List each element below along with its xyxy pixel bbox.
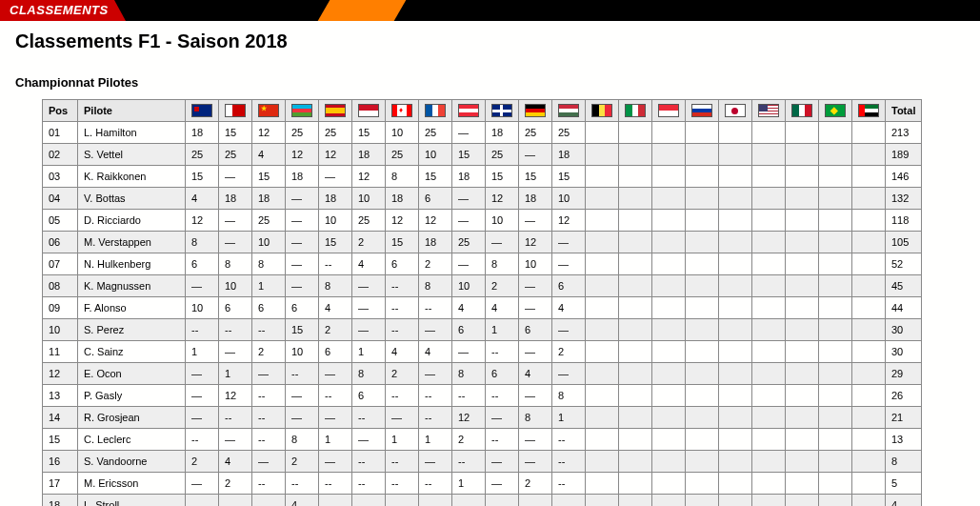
cell-pos: 05	[43, 210, 78, 232]
cell-points	[852, 144, 886, 166]
cell-points: 25	[386, 144, 419, 166]
cell-pilote: S. Vandoorne	[78, 451, 186, 473]
cell-points: 15	[219, 122, 252, 144]
cell-points: 4	[519, 363, 552, 385]
col-race-chn	[252, 100, 286, 122]
cell-points	[686, 473, 719, 495]
cell-points	[719, 473, 752, 495]
cell-points: --	[552, 473, 586, 495]
cell-points: 12	[352, 166, 386, 188]
cell-pos: 09	[43, 297, 78, 319]
cell-points: 2	[286, 451, 319, 473]
cell-points: 6	[286, 297, 319, 319]
cell-points: 25	[486, 144, 519, 166]
col-race-uae	[852, 100, 886, 122]
cell-points	[752, 407, 786, 429]
uae-flag-icon	[858, 104, 879, 117]
aus-flag-icon	[191, 104, 212, 117]
mon-flag-icon	[358, 104, 379, 117]
col-race-bra	[819, 100, 852, 122]
cell-points	[719, 122, 752, 144]
cell-points	[786, 297, 819, 319]
cell-points	[652, 122, 686, 144]
table-row: 09F. Alonso106664—----44—444	[43, 297, 922, 319]
cell-points	[619, 253, 652, 275]
cell-points	[819, 473, 852, 495]
ger-flag-icon	[525, 104, 546, 117]
cell-points	[619, 429, 652, 451]
cell-points: 1	[219, 363, 252, 385]
cell-points	[686, 232, 719, 253]
cell-points	[852, 473, 886, 495]
cell-points	[819, 319, 852, 341]
cell-points: 15	[386, 232, 419, 253]
table-row: 13P. Gasly—12--—--6--------—826	[43, 385, 922, 407]
cell-points	[652, 473, 686, 495]
cell-points: 10	[452, 275, 486, 297]
cell-points	[852, 275, 886, 297]
cell-points: 25	[319, 122, 352, 144]
cell-points: 25	[452, 232, 486, 253]
hun-flag-icon	[558, 104, 579, 117]
cell-points	[852, 429, 886, 451]
cell-points: 10	[419, 144, 452, 166]
cell-points: 10	[286, 341, 319, 363]
cell-points: —	[286, 275, 319, 297]
cell-points: 4	[386, 341, 419, 363]
cell-points	[619, 495, 652, 507]
cell-points: 8	[186, 232, 219, 253]
cell-points	[586, 363, 619, 385]
cell-pilote: P. Gasly	[78, 385, 186, 407]
cell-points: —	[552, 363, 586, 385]
cell-points: —	[286, 407, 319, 429]
cell-points	[652, 188, 686, 210]
col-pilote: Pilote	[78, 100, 186, 122]
cell-pilote: L. Stroll	[78, 495, 186, 507]
cell-points: —	[519, 341, 552, 363]
cell-points: 4	[286, 495, 319, 507]
cell-points: 12	[319, 144, 352, 166]
cell-points	[719, 341, 752, 363]
cell-points	[786, 188, 819, 210]
cell-points	[852, 407, 886, 429]
cell-points: 18	[452, 166, 486, 188]
cell-points: 18	[319, 188, 352, 210]
cell-points: 15	[552, 166, 586, 188]
cell-points: 4	[319, 297, 352, 319]
table-row: 14R. Grosjean—----——--—--12—8121	[43, 407, 922, 429]
cell-points: 25	[219, 144, 252, 166]
cell-pilote: L. Hamilton	[78, 122, 186, 144]
cell-points	[819, 122, 852, 144]
cell-points	[719, 319, 752, 341]
cell-pilote: M. Ericsson	[78, 473, 186, 495]
cell-points: --	[286, 363, 319, 385]
cell-points: --	[252, 407, 286, 429]
cell-points: 12	[386, 210, 419, 232]
cell-points	[719, 451, 752, 473]
cell-points	[819, 297, 852, 319]
cell-points: 6	[419, 188, 452, 210]
cell-points: —	[419, 451, 452, 473]
cell-points	[586, 429, 619, 451]
cell-points: 4	[552, 297, 586, 319]
cell-points	[686, 275, 719, 297]
cell-points	[586, 319, 619, 341]
cell-points: --	[252, 319, 286, 341]
cell-points	[686, 166, 719, 188]
cell-points: 12	[252, 122, 286, 144]
cell-points	[686, 385, 719, 407]
col-race-esp	[319, 100, 352, 122]
cell-points	[752, 385, 786, 407]
cell-points: 2	[219, 473, 252, 495]
cell-points: --	[319, 385, 352, 407]
table-row: 08K. Magnussen—101—8—--8102—645	[43, 275, 922, 297]
cell-points	[719, 210, 752, 232]
col-race-usa	[752, 100, 786, 122]
cell-points	[586, 166, 619, 188]
cell-points	[686, 495, 719, 507]
cell-total: 44	[886, 297, 922, 319]
cell-points: --	[419, 297, 452, 319]
cell-points	[786, 275, 819, 297]
cell-points	[786, 341, 819, 363]
cell-points	[586, 144, 619, 166]
